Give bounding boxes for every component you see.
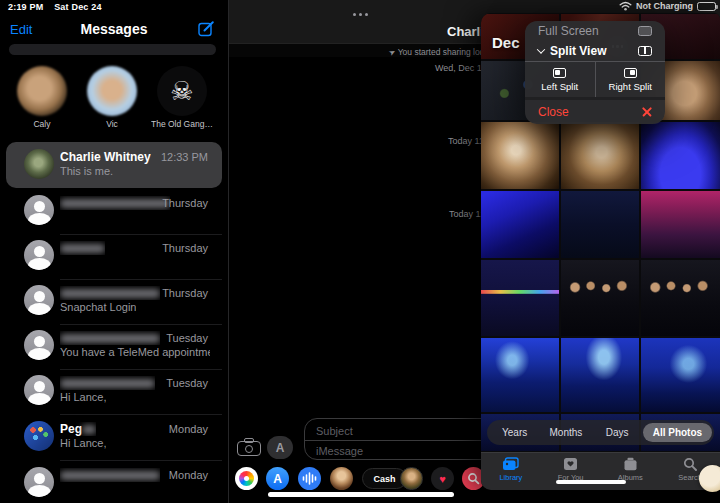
camera-icon[interactable] — [237, 438, 261, 456]
divider — [60, 460, 222, 461]
divider — [60, 414, 222, 415]
photo-thumbnail[interactable] — [561, 260, 640, 336]
menu-item-full-screen[interactable]: Full Screen — [525, 21, 665, 40]
photo-thumbnail[interactable] — [641, 122, 720, 189]
redacted-name — [60, 244, 105, 253]
search-icon — [683, 457, 698, 471]
memoji-avatar-icon[interactable] — [400, 467, 423, 490]
segment-all-photos[interactable]: All Photos — [643, 423, 712, 442]
redacted-name — [60, 471, 160, 480]
photo-thumbnail[interactable] — [561, 338, 640, 412]
timestamp: Thursday — [162, 197, 208, 209]
photo-thumbnail[interactable] — [481, 191, 559, 258]
timestamp: Monday — [169, 423, 208, 435]
digital-touch-heart-icon[interactable]: ♥ — [431, 467, 454, 490]
home-indicator[interactable] — [268, 492, 454, 497]
conversation-row[interactable]: Thursday — [0, 190, 228, 235]
status-bar: 2:19 PM Sat Dec 24 Not Charging — [0, 0, 720, 13]
timestamp: Tuesday — [166, 332, 208, 344]
timestamp: Tuesday — [166, 377, 208, 389]
redacted-name — [60, 199, 170, 208]
right-split-button[interactable]: Right Split — [596, 62, 666, 97]
conversation-row[interactable]: Thursday Snapchat Login — [0, 280, 228, 325]
avatar: ☠ — [157, 66, 207, 116]
photo-thumbnail[interactable] — [641, 260, 720, 336]
contact-name: Peg — [60, 422, 82, 436]
photos-tab-bar: Library For You Albums Search — [481, 452, 720, 490]
battery-status-label: Not Charging — [636, 1, 693, 11]
photo-thumbnail[interactable] — [641, 191, 720, 258]
wifi-icon — [619, 1, 632, 11]
message-preview: Snapchat Login — [60, 301, 136, 313]
conversation-row[interactable]: Tuesday Hi Lance, — [0, 370, 228, 415]
library-icon — [502, 457, 519, 471]
photos-app-icon[interactable] — [235, 467, 258, 490]
memoji-sticker-icon[interactable] — [330, 467, 353, 490]
chevron-down-icon — [537, 45, 545, 53]
imessage-apps-button[interactable]: A — [267, 436, 293, 459]
left-split-icon — [553, 68, 566, 78]
messages-list-panel: Edit Messages Caly Vic ☠ The Old Gang-an… — [0, 0, 228, 503]
location-arrow-icon: ➤ — [387, 47, 397, 58]
home-indicator[interactable] — [556, 480, 626, 484]
conversation-row-selected[interactable]: Charlie Whitney 12:33 PM This is me. — [0, 144, 228, 189]
tab-albums[interactable]: Albums — [601, 453, 661, 490]
avatar — [17, 66, 67, 116]
left-split-button[interactable]: Left Split — [525, 62, 595, 97]
message-preview: You have a TeleMed appointment — [60, 346, 210, 358]
conversation-list: Charlie Whitney 12:33 PM This is me. Thu… — [0, 140, 228, 503]
battery-icon — [697, 2, 716, 11]
audio-app-icon[interactable] — [298, 467, 321, 490]
menu-item-split-view[interactable]: Split View — [525, 40, 665, 61]
contact-name: Charlie Whitney — [60, 150, 151, 164]
timestamp: Thursday — [162, 287, 208, 299]
redacted-name — [60, 289, 160, 298]
photo-thumbnail[interactable] — [481, 260, 559, 336]
tab-for-you[interactable]: For You — [541, 453, 601, 490]
segment-days[interactable]: Days — [592, 427, 643, 438]
photo-thumbnail[interactable] — [481, 338, 559, 412]
avatar — [24, 149, 54, 179]
message-preview: Hi Lance, — [60, 391, 106, 403]
segment-months[interactable]: Months — [540, 427, 591, 438]
close-icon — [642, 107, 652, 117]
albums-icon — [623, 457, 638, 471]
conversation-row[interactable]: Peg Monday Hi Lance, — [0, 416, 228, 461]
avatar — [24, 467, 54, 497]
imessage-placeholder: iMessage — [316, 445, 363, 457]
pinned-label: The Old Gang-an... — [151, 119, 213, 129]
menu-item-close[interactable]: Close — [525, 100, 665, 123]
pinned-contact[interactable]: ☠ The Old Gang-an... — [151, 66, 213, 129]
avatar — [24, 195, 54, 225]
avatar — [24, 330, 54, 360]
floating-sticker[interactable] — [699, 465, 720, 492]
avatar — [24, 421, 54, 451]
conversation-row[interactable]: Tuesday You have a TeleMed appointment — [0, 325, 228, 370]
avatar — [24, 375, 54, 405]
multitasking-handle-icon[interactable] — [353, 13, 368, 16]
segment-years[interactable]: Years — [489, 427, 540, 438]
timestamp: 12:33 PM — [161, 151, 208, 163]
for-you-icon — [563, 457, 578, 471]
search-input[interactable] — [9, 44, 216, 55]
tab-library[interactable]: Library — [481, 453, 541, 490]
split-view-icon — [638, 46, 652, 56]
pinned-contact[interactable]: Vic — [81, 66, 143, 129]
conversation-row[interactable]: Monday — [0, 462, 228, 503]
pinned-label: Vic — [81, 119, 143, 129]
photo-thumbnail[interactable] — [561, 191, 640, 258]
messages-header: Edit Messages — [0, 13, 228, 43]
avatar — [87, 66, 137, 116]
full-screen-icon — [638, 26, 652, 36]
appstore-app-icon[interactable]: A — [266, 467, 289, 490]
right-split-icon — [624, 68, 637, 78]
photo-thumbnail[interactable] — [561, 122, 640, 189]
pinned-contacts: Caly Vic ☠ The Old Gang-an... — [0, 66, 228, 136]
redacted-name — [60, 379, 155, 388]
conversation-title: Charli — [447, 24, 484, 39]
conversation-row[interactable]: Thursday — [0, 235, 228, 280]
photo-thumbnail[interactable] — [481, 122, 559, 189]
pinned-contact[interactable]: Caly — [11, 66, 73, 129]
photo-thumbnail[interactable] — [641, 338, 720, 412]
compose-icon[interactable] — [198, 20, 215, 37]
